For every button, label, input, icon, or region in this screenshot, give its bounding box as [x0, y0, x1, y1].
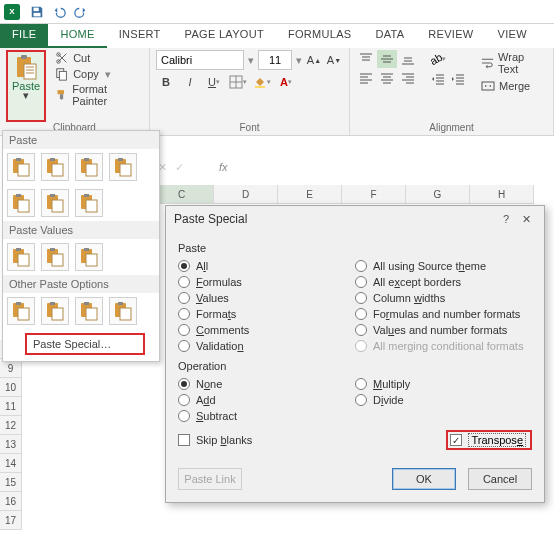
tab-home[interactable]: HOME: [48, 24, 106, 48]
formula-accept-icon[interactable]: ✓: [175, 161, 184, 174]
redo-button[interactable]: [71, 2, 91, 22]
row-header[interactable]: 11: [0, 397, 22, 416]
underline-button[interactable]: U▾: [204, 72, 224, 92]
cancel-button[interactable]: Cancel: [468, 468, 532, 490]
increase-indent-button[interactable]: [448, 70, 468, 88]
formula-bar[interactable]: ✕ ✓ fx: [150, 155, 554, 179]
paste-radio-1[interactable]: All except borders: [355, 274, 532, 290]
tab-page-layout[interactable]: PAGE LAYOUT: [173, 24, 276, 48]
copy-button[interactable]: Copy▾: [52, 66, 143, 82]
dialog-title-bar[interactable]: Paste Special ? ✕: [166, 206, 544, 232]
tab-file[interactable]: FILE: [0, 24, 48, 48]
column-header[interactable]: H: [470, 185, 534, 204]
paste-option-no-borders[interactable]: [7, 189, 35, 217]
row-header[interactable]: 10: [0, 378, 22, 397]
paste-radio-1[interactable]: Formulas: [178, 274, 355, 290]
scissors-icon: [55, 51, 69, 65]
row-header[interactable]: 12: [0, 416, 22, 435]
align-bottom-button[interactable]: [398, 50, 418, 68]
skip-blanks-checkbox[interactable]: Skip blanks: [178, 430, 252, 450]
align-middle-button[interactable]: [377, 50, 397, 68]
help-button[interactable]: ?: [496, 213, 516, 225]
paste-option-picture[interactable]: [75, 297, 103, 325]
paste-option-transpose[interactable]: [75, 189, 103, 217]
paste-link-button: Paste Link: [178, 468, 242, 490]
paste-radio-2[interactable]: Values: [178, 290, 355, 306]
ok-button[interactable]: OK: [392, 468, 456, 490]
column-header[interactable]: F: [342, 185, 406, 204]
paste-radio-3[interactable]: Formulas and number formats: [355, 306, 532, 322]
paste-option-linked-pic[interactable]: [109, 297, 137, 325]
save-button[interactable]: [27, 2, 47, 22]
align-left-button[interactable]: [356, 69, 376, 87]
decrease-indent-button[interactable]: [428, 70, 448, 88]
paste-option-all[interactable]: [7, 153, 35, 181]
align-top-button[interactable]: [356, 50, 376, 68]
close-button[interactable]: ✕: [516, 213, 536, 226]
tab-data[interactable]: DATA: [363, 24, 416, 48]
row-header[interactable]: 17: [0, 511, 22, 530]
merge-button[interactable]: Merge: [478, 78, 547, 94]
operation-radio-2[interactable]: Subtract: [178, 408, 355, 424]
operation-radio-0[interactable]: Multiply: [355, 376, 532, 392]
row-header[interactable]: 14: [0, 454, 22, 473]
row-header[interactable]: 15: [0, 473, 22, 492]
column-header[interactable]: G: [406, 185, 470, 204]
column-header[interactable]: D: [214, 185, 278, 204]
column-header[interactable]: E: [278, 185, 342, 204]
italic-button[interactable]: I: [180, 72, 200, 92]
paste-option-link[interactable]: [41, 297, 69, 325]
radio-icon: [178, 378, 190, 390]
paste-option-values-fmt[interactable]: [75, 153, 103, 181]
operation-radio-1[interactable]: Add: [178, 392, 355, 408]
tab-formulas[interactable]: FORMULAS: [276, 24, 364, 48]
font-name-select[interactable]: [156, 50, 244, 70]
chevron-down-icon[interactable]: ▾: [105, 68, 111, 81]
row-header[interactable]: 13: [0, 435, 22, 454]
row-header[interactable]: 16: [0, 492, 22, 511]
undo-button[interactable]: [49, 2, 69, 22]
chevron-down-icon[interactable]: ▾: [248, 54, 254, 67]
font-size-select[interactable]: [258, 50, 292, 70]
paste-split-button[interactable]: Paste ▾: [6, 50, 46, 122]
paste-option-col-widths[interactable]: [41, 189, 69, 217]
paste-special-dialog: Paste Special ? ✕ Paste AllFormulasValue…: [165, 205, 545, 503]
operation-radio-1[interactable]: Divide: [355, 392, 532, 408]
operation-radio-0[interactable]: None: [178, 376, 355, 392]
orientation-button[interactable]: ab▾: [428, 50, 448, 68]
fx-icon[interactable]: fx: [219, 161, 228, 173]
chevron-down-icon[interactable]: ▾: [12, 92, 40, 98]
svg-rect-51: [86, 308, 97, 320]
tab-review[interactable]: REVIEW: [416, 24, 485, 48]
format-painter-button[interactable]: Format Painter: [52, 82, 143, 108]
paste-option-values[interactable]: [7, 243, 35, 271]
increase-font-button[interactable]: A▲: [306, 51, 322, 69]
paste-radio-0[interactable]: All: [178, 258, 355, 274]
paste-option-values-num[interactable]: [41, 243, 69, 271]
paste-option-formulas[interactable]: [41, 153, 69, 181]
paste-radio-2[interactable]: Column widths: [355, 290, 532, 306]
font-color-button[interactable]: A▾: [276, 72, 296, 92]
paste-radio-5[interactable]: Validation: [178, 338, 355, 354]
paste-radio-4[interactable]: Comments: [178, 322, 355, 338]
transpose-checkbox[interactable]: Transpose: [446, 430, 532, 450]
chevron-down-icon[interactable]: ▾: [296, 54, 302, 67]
bold-button[interactable]: B: [156, 72, 176, 92]
paste-option-formatting[interactable]: [7, 297, 35, 325]
paste-radio-4[interactable]: Values and number formats: [355, 322, 532, 338]
border-button[interactable]: ▾: [228, 72, 248, 92]
cut-button[interactable]: Cut: [52, 50, 143, 66]
decrease-font-button[interactable]: A▼: [326, 51, 342, 69]
align-center-button[interactable]: [377, 69, 397, 87]
tab-view[interactable]: VIEW: [486, 24, 539, 48]
paste-option-keep-src[interactable]: [109, 153, 137, 181]
align-right-button[interactable]: [398, 69, 418, 87]
paste-option-values-src[interactable]: [75, 243, 103, 271]
paste-values-row: [3, 239, 159, 275]
wrap-text-button[interactable]: Wrap Text: [478, 50, 547, 76]
paste-radio-3[interactable]: Formats: [178, 306, 355, 322]
paste-special-menu-item[interactable]: Paste Special…: [25, 333, 145, 355]
paste-radio-0[interactable]: All using Source theme: [355, 258, 532, 274]
fill-color-button[interactable]: ▾: [252, 72, 272, 92]
tab-insert[interactable]: INSERT: [107, 24, 173, 48]
